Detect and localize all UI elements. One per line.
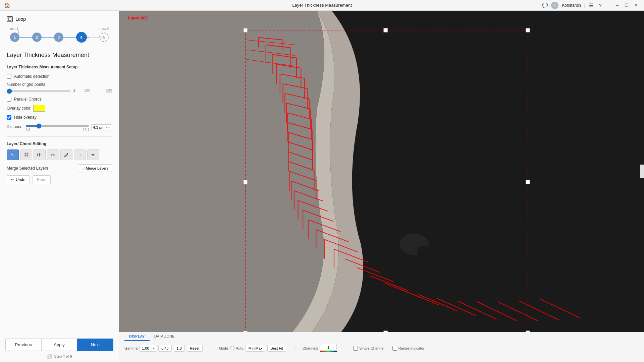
gamma-reset-button[interactable]: Reset: [187, 345, 203, 352]
loop-label: Loop: [15, 16, 26, 22]
resize-handle[interactable]: ‹: [640, 165, 644, 178]
image-area[interactable]: Layer 001 ‹: [119, 11, 644, 332]
step-1[interactable]: 1: [10, 33, 19, 42]
restore-button[interactable]: ❐: [623, 1, 631, 9]
grid-max-hint: 100: [84, 88, 90, 93]
step-5[interactable]: 5: [99, 33, 109, 42]
range-indicator-option[interactable]: Range Indicator: [392, 346, 425, 351]
username: Konstantin: [562, 3, 581, 8]
panel-content: Layer Thickness Measurement Layer Thickn…: [0, 46, 119, 335]
merge-layers-button[interactable]: ⊞ Merge Layers: [78, 164, 112, 172]
overlay-color-label: Overlay color: [7, 106, 31, 111]
svg-line-46: [540, 299, 581, 318]
right-content: Layer 001 ‹ DISPLAY DATA ZONE Gamma 1.00…: [119, 11, 644, 362]
redo-button[interactable]: Redo: [33, 175, 51, 184]
svg-line-43: [477, 302, 518, 321]
display-tab[interactable]: DISPLAY: [124, 332, 150, 341]
distance-value-box: 4,3 µm ▲▼: [91, 124, 112, 130]
steps-container: min 1 max 5 ↓ 1 2 3 4 5: [7, 27, 112, 43]
distance-spinner[interactable]: ▲▼: [105, 126, 110, 129]
svg-line-82: [247, 59, 295, 66]
range-indicator-label: Range Indicator: [398, 346, 425, 350]
titlebar-left: 🏠: [4, 2, 10, 8]
channels-input[interactable]: [320, 344, 337, 351]
menu-icon[interactable]: ☰: [588, 2, 594, 8]
steps-max-label: max 5: [100, 27, 109, 31]
setup-header: Layer Thickness Measurement Setup: [7, 65, 112, 69]
add-point-tool-btn[interactable]: [34, 149, 46, 160]
svg-line-24: [288, 152, 313, 160]
divider: [7, 136, 112, 137]
bottom-nav: Previous Apply Next ⬜ Step 4 of 6: [0, 335, 119, 362]
svg-line-81: [247, 50, 295, 55]
svg-line-39: [401, 290, 439, 305]
svg-line-27: [291, 181, 319, 191]
distance-slider[interactable]: [25, 125, 89, 127]
measure-tool-btn[interactable]: ↔: [74, 149, 86, 160]
auto-radio-input[interactable]: [230, 346, 234, 350]
auto-radio[interactable]: Auto: [230, 346, 244, 350]
close-button[interactable]: ✕: [632, 1, 640, 9]
grid-points-row: 2 100 - - - - - 500: [7, 88, 112, 93]
svg-line-17: [283, 84, 308, 89]
gamma-label: Gamma: [124, 346, 138, 350]
loop-section: Loop min 1 max 5 ↓ 1 2 3 4: [0, 11, 119, 46]
step-4[interactable]: 4: [76, 32, 87, 43]
undo-button[interactable]: ↩ Undo: [7, 175, 30, 184]
select-tool-btn[interactable]: ↖: [7, 149, 19, 160]
chord-editing-header: Layer/ Chord Editing: [7, 141, 112, 146]
minmax-button[interactable]: Min/Max: [246, 345, 266, 352]
step-text: Step 4 of 6: [54, 354, 72, 358]
minimize-button[interactable]: ─: [613, 1, 621, 9]
range-indicator-checkbox[interactable]: [392, 346, 397, 351]
svg-line-15: [277, 64, 301, 68]
single-channel-checkbox[interactable]: [353, 346, 358, 351]
merge-icon: ⊞: [82, 166, 85, 170]
svg-line-25: [288, 162, 314, 170]
parallel-chords-checkbox[interactable]: [7, 97, 11, 102]
home-icon[interactable]: 🏠: [4, 2, 10, 8]
help-icon[interactable]: ?: [597, 2, 603, 8]
previous-button[interactable]: Previous: [5, 339, 41, 351]
overlay-color-swatch[interactable]: [33, 105, 45, 112]
distance-row: Distance 1,6 16,1 4,3 µm ▲▼: [7, 123, 112, 132]
chat-icon[interactable]: 💬: [542, 2, 548, 8]
data-zone-tab[interactable]: DATA ZONE: [150, 332, 179, 341]
gamma-group: Gamma 1.00 0.45 0.5 0.45 1.0 Reset: [124, 345, 203, 352]
grid-points-slider[interactable]: [7, 90, 71, 92]
single-channel-option[interactable]: Single Channel: [353, 346, 384, 351]
step-icon: ⬜: [47, 354, 52, 359]
bottom-bar: DISPLAY DATA ZONE Gamma 1.00 0.45 0.5 0.…: [119, 332, 644, 362]
svg-line-35: [345, 259, 380, 273]
pen-tool-btn[interactable]: ✒: [87, 149, 99, 160]
svg-rect-88: [384, 28, 388, 32]
hide-overlay-label: Hide overlay: [14, 115, 37, 120]
cut-tool-btn[interactable]: ✂: [47, 149, 59, 160]
apply-button[interactable]: Apply: [41, 339, 77, 351]
edit-tool-btn[interactable]: [60, 149, 72, 160]
gamma-select-wrap: 1.00 0.45 0.5: [140, 345, 156, 352]
grid-points-label: Number of grid points: [7, 82, 112, 87]
gamma-045-button[interactable]: 0.45: [158, 345, 171, 352]
gamma-10-button[interactable]: 1.0: [174, 345, 185, 352]
channels-group: Channels: [303, 344, 337, 352]
titlebar-title: Layer Thickness Measurement: [292, 3, 352, 8]
separator-2: [294, 346, 294, 351]
grid-max: 500: [106, 88, 112, 93]
hide-overlay-checkbox[interactable]: [7, 115, 11, 120]
grid-tool-btn[interactable]: [20, 149, 32, 160]
svg-line-20: [287, 113, 312, 119]
merge-btn-label: Merge Layers: [86, 166, 108, 170]
step-3[interactable]: 3: [54, 33, 63, 42]
gamma-select[interactable]: 1.00 0.45 0.5: [140, 345, 156, 352]
bottom-tabs: DISPLAY DATA ZONE: [119, 332, 644, 341]
layer-label: Layer 001: [128, 15, 148, 20]
step-2[interactable]: 2: [32, 33, 42, 42]
best-fit-button[interactable]: Best Fit: [267, 345, 286, 352]
automatic-detection-checkbox[interactable]: [7, 74, 11, 79]
svg-line-40: [418, 294, 457, 311]
distance-value: 4,3 µm: [93, 125, 104, 129]
next-button[interactable]: Next: [77, 339, 113, 351]
channels-label: Channels: [303, 346, 318, 350]
grid-points-section: Number of grid points 2 100 - - - - - 50…: [7, 82, 112, 93]
